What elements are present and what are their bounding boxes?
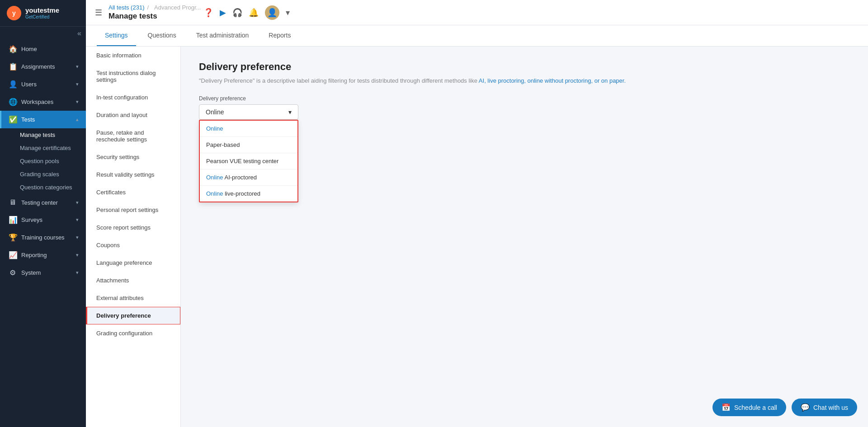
sidebar-item-testing-center[interactable]: 🖥 Testing center ▾ xyxy=(0,194,86,211)
sidebar-item-label: Surveys xyxy=(21,216,76,223)
testing-center-icon: 🖥 xyxy=(9,198,17,206)
right-panel: Delivery preference "Delivery Preference… xyxy=(181,47,868,427)
breadcrumb-all-tests[interactable]: All tests (231) xyxy=(108,4,144,11)
avatar[interactable]: 👤 xyxy=(265,5,279,20)
settings-nav-score-report[interactable]: Score report settings xyxy=(86,219,180,236)
sidebar-item-label: Workspaces xyxy=(21,99,76,105)
play-button[interactable]: ▶ xyxy=(220,8,226,18)
float-buttons: 📅 Schedule a call 💬 Chat with us xyxy=(712,399,857,416)
reporting-icon: 📈 xyxy=(9,251,17,259)
breadcrumb: All tests (231) / Advanced Progr... xyxy=(108,4,203,11)
chevron-down-icon: ▾ xyxy=(76,200,79,206)
sidebar-collapse-area: « xyxy=(0,27,86,40)
surveys-icon: 📊 xyxy=(9,216,17,224)
settings-nav-coupons[interactable]: Coupons xyxy=(86,236,180,254)
settings-nav-delivery-preference[interactable]: Delivery preference xyxy=(86,307,180,324)
sidebar-item-home[interactable]: 🏠 Home xyxy=(0,40,86,58)
chevron-down-icon: ▾ xyxy=(288,108,292,116)
settings-sidebar: Basic information Test instructions dial… xyxy=(86,47,181,427)
schedule-call-button[interactable]: 📅 Schedule a call xyxy=(712,399,786,416)
sidebar-item-label: Users xyxy=(21,81,76,88)
settings-nav-security-settings[interactable]: Security settings xyxy=(86,148,180,166)
sidebar-sub-grading-scales[interactable]: Grading scales xyxy=(0,168,86,181)
description-link[interactable]: AI, live proctoring, online without proc… xyxy=(479,77,626,84)
sidebar-sub-manage-tests[interactable]: Manage tests xyxy=(0,128,86,141)
delivery-preference-dropdown[interactable]: Online ▾ xyxy=(199,104,298,120)
headset-button[interactable]: 🎧 xyxy=(232,8,242,18)
dropdown-option-online-ai[interactable]: Online AI-proctored xyxy=(200,169,297,186)
logo-area: y youtestme GetCertified xyxy=(0,0,86,27)
workspaces-icon: 🌐 xyxy=(9,98,17,106)
settings-nav-external-attributes[interactable]: External attributes xyxy=(86,289,180,307)
dropdown-option-online[interactable]: Online xyxy=(200,121,297,137)
chevron-up-icon: ▴ xyxy=(76,117,79,122)
chevron-down-icon: ▾ xyxy=(76,217,79,223)
field-label: Delivery preference xyxy=(199,95,850,102)
sidebar-sub-manage-certificates[interactable]: Manage certificates xyxy=(0,141,86,155)
sidebar-item-users[interactable]: 👤 Users ▾ xyxy=(0,75,86,93)
settings-nav-in-test-configuration[interactable]: In-test configuration xyxy=(86,89,180,106)
dropdown-selected-value: Online xyxy=(206,108,224,116)
dropdown-option-paper-based[interactable]: Paper-based xyxy=(200,137,297,153)
tab-questions[interactable]: Questions xyxy=(140,25,184,46)
sidebar-item-training-courses[interactable]: 🏆 Training courses ▾ xyxy=(0,229,86,246)
chat-with-us-button[interactable]: 💬 Chat with us xyxy=(792,399,857,416)
dropdown-option-pearson-vue[interactable]: Pearson VUE testing center xyxy=(200,153,297,169)
help-button[interactable]: ❓ xyxy=(203,8,213,18)
chat-label: Chat with us xyxy=(813,404,848,411)
description-text: "Delivery Preference" is a descriptive l… xyxy=(199,77,479,84)
page-title: Manage tests xyxy=(108,12,203,21)
settings-nav-result-validity[interactable]: Result validity settings xyxy=(86,166,180,183)
sidebar-item-label: Training courses xyxy=(21,234,76,241)
system-icon: ⚙ xyxy=(9,268,17,277)
section-description: "Delivery Preference" is a descriptive l… xyxy=(199,76,850,85)
settings-nav-attachments[interactable]: Attachments xyxy=(86,272,180,289)
settings-nav-grading-configuration[interactable]: Grading configuration xyxy=(86,324,180,342)
brand-sub: GetCertified xyxy=(25,14,59,19)
sidebar-sub-question-pools[interactable]: Question pools xyxy=(0,155,86,168)
sidebar-item-reporting[interactable]: 📈 Reporting ▾ xyxy=(0,246,86,264)
sidebar-item-tests[interactable]: ✅ Tests ▴ xyxy=(0,111,86,128)
settings-nav-personal-report[interactable]: Personal report settings xyxy=(86,201,180,219)
chevron-down-icon: ▾ xyxy=(76,235,79,240)
content-area: Basic information Test instructions dial… xyxy=(86,47,868,427)
sidebar-item-label: Home xyxy=(21,46,79,52)
menu-toggle-button[interactable]: ☰ xyxy=(95,8,102,18)
dropdown-menu: Online Paper-based Pearson VUE testing c… xyxy=(199,120,298,202)
sidebar-item-label: Assignments xyxy=(21,63,76,70)
sidebar-item-system[interactable]: ⚙ System ▾ xyxy=(0,264,86,282)
sidebar-sub-question-categories[interactable]: Question categories xyxy=(0,181,86,194)
tabs-bar: Settings Questions Test administration R… xyxy=(86,25,868,47)
home-icon: 🏠 xyxy=(9,45,17,53)
sidebar-item-assignments[interactable]: 📋 Assignments ▾ xyxy=(0,58,86,75)
topbar-title-area: All tests (231) / Advanced Progr... Mana… xyxy=(108,4,203,21)
user-menu-arrow[interactable]: ▾ xyxy=(286,8,290,18)
topbar-actions: ❓ ▶ 🎧 🔔 👤 ▾ xyxy=(203,5,290,20)
settings-nav-test-instructions[interactable]: Test instructions dialog settings xyxy=(86,64,180,89)
settings-nav-basic-information[interactable]: Basic information xyxy=(86,47,180,64)
settings-nav-duration-layout[interactable]: Duration and layout xyxy=(86,106,180,124)
chevron-down-icon: ▾ xyxy=(76,252,79,258)
topbar: ☰ All tests (231) / Advanced Progr... Ma… xyxy=(86,0,868,25)
main-wrapper: ☰ All tests (231) / Advanced Progr... Ma… xyxy=(86,0,868,427)
sidebar-collapse-button[interactable]: « xyxy=(77,29,81,38)
section-title: Delivery preference xyxy=(199,61,850,73)
sidebar-item-label: Tests xyxy=(21,116,76,123)
chat-icon: 💬 xyxy=(801,403,810,412)
tab-reports[interactable]: Reports xyxy=(260,25,299,46)
settings-nav-pause-retake[interactable]: Pause, retake and reschedule settings xyxy=(86,124,180,148)
tab-test-administration[interactable]: Test administration xyxy=(188,25,257,46)
schedule-icon: 📅 xyxy=(722,403,731,412)
sidebar-item-surveys[interactable]: 📊 Surveys ▾ xyxy=(0,211,86,229)
breadcrumb-separator: / xyxy=(147,4,149,11)
sidebar-nav: 🏠 Home 📋 Assignments ▾ 👤 Users ▾ 🌐 Works… xyxy=(0,40,86,427)
tab-settings[interactable]: Settings xyxy=(97,25,136,46)
dropdown-option-online-live[interactable]: Online live-proctored xyxy=(200,186,297,202)
sidebar-item-label: System xyxy=(21,269,76,276)
settings-nav-certificates[interactable]: Certificates xyxy=(86,183,180,201)
svg-text:y: y xyxy=(12,9,16,17)
sidebar-item-workspaces[interactable]: 🌐 Workspaces ▾ xyxy=(0,93,86,111)
chevron-down-icon: ▾ xyxy=(76,81,79,87)
settings-nav-language-preference[interactable]: Language preference xyxy=(86,254,180,272)
notifications-button[interactable]: 🔔 xyxy=(249,8,259,18)
